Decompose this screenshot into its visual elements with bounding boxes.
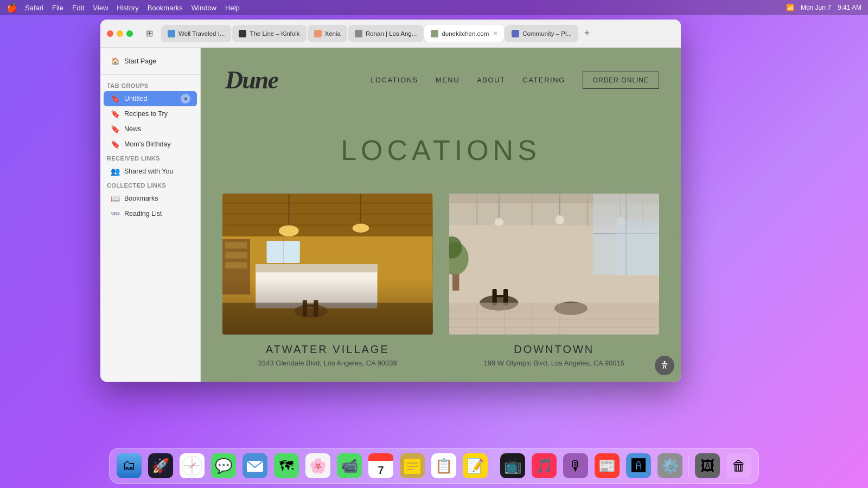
accessibility-button[interactable] [655, 356, 674, 375]
menubar-right: 📶 Mon Jun 7 9:41 AM [786, 4, 861, 11]
svg-rect-11 [256, 264, 377, 272]
dock: 🗂 🚀 💬 🗺 [109, 448, 759, 484]
dock-launchpad[interactable]: 🚀 [146, 452, 175, 480]
svg-rect-47 [452, 274, 459, 291]
svg-text:🗑: 🗑 [732, 458, 746, 474]
sidebar-item-shared[interactable]: 👥 Shared with You [104, 164, 197, 179]
menubar-bookmarks[interactable]: Bookmarks [148, 4, 183, 12]
collected-links-section-label: Collected Links [100, 179, 200, 191]
sidebar-toggle-button[interactable]: ⊞ [142, 26, 157, 41]
start-page-label: Start Page [124, 57, 156, 65]
menubar-safari[interactable]: Safari [25, 4, 43, 12]
dock-trash[interactable]: 🗑 [725, 452, 753, 480]
svg-point-6 [279, 226, 299, 236]
menubar-edit[interactable]: Edit [72, 4, 84, 12]
location-name-atwater: ATWATER VILLAGE [222, 343, 433, 356]
dock-calendar[interactable]: 7 [367, 452, 395, 480]
tab-favicon-ronan [355, 30, 362, 37]
tab-close-icon[interactable]: ✕ [493, 30, 497, 36]
sidebar-item-bookmarks[interactable]: 📖 Bookmarks [104, 191, 197, 206]
tab-group-icon-moms-birthday: 🔖 [110, 139, 120, 149]
location-atwater: ATWATER VILLAGE 3143 Glendale Blvd, Los … [222, 194, 433, 367]
svg-rect-9 [222, 236, 433, 335]
order-online-button[interactable]: ORDER ONLINE [583, 72, 659, 89]
menubar-window[interactable]: Window [192, 4, 216, 12]
nav-link-menu[interactable]: MENU [436, 76, 459, 84]
maximize-button[interactable] [126, 30, 133, 37]
dock-mail[interactable] [241, 452, 269, 480]
menubar-items: Safari File Edit View History Bookmarks … [25, 4, 240, 12]
dock-photos2[interactable]: 🖼 [693, 452, 722, 480]
dune-nav-links: LOCATIONS MENU ABOUT CATERING ORDER ONLI… [371, 72, 659, 89]
sidebar-item-news[interactable]: 🔖 News [104, 121, 197, 137]
tab-group-icon-recipes: 🔖 [110, 109, 120, 119]
svg-text:📺: 📺 [504, 457, 522, 474]
svg-text:🎙: 🎙 [569, 458, 583, 474]
tab-label-ronan: Ronan | Los Ang... [366, 30, 417, 37]
dock-news[interactable]: 📰 [593, 452, 621, 480]
dock-stickies[interactable]: 📝 [461, 452, 489, 480]
sidebar-item-label-recipes: Recipes to Try [124, 110, 168, 118]
apple-menu[interactable]: 🍎 [7, 3, 17, 13]
dock-facetime[interactable]: 📹 [335, 452, 363, 480]
time: 9:41 AM [838, 4, 861, 11]
svg-rect-23 [449, 194, 660, 226]
title-bar: ⊞ Well Traveled I... The Line – Kinfolk … [100, 20, 681, 48]
menubar-file[interactable]: File [52, 4, 63, 12]
sidebar-item-label-moms-birthday: Mom's Birthday [124, 140, 171, 148]
sidebar-item-reading-list[interactable]: 👓 Reading List [104, 206, 197, 221]
nav-link-about[interactable]: ABOUT [477, 76, 505, 84]
dock-messages[interactable]: 💬 [209, 452, 238, 480]
dock-divider [494, 455, 494, 477]
menubar-help[interactable]: Help [225, 4, 240, 12]
dock-appstore[interactable]: 🅰 [624, 452, 653, 480]
sidebar-item-label-bookmarks: Bookmarks [124, 195, 158, 202]
dock-systemprefs[interactable]: ⚙️ [656, 452, 684, 480]
tab-label-xenia: Xenia [325, 30, 341, 37]
svg-rect-48 [449, 303, 660, 335]
minimize-button[interactable] [117, 30, 123, 37]
sidebar-item-label-untitled: Untitled [124, 95, 147, 102]
svg-text:⚙️: ⚙️ [661, 457, 679, 474]
tab-groups-section-label: Tab Groups [100, 79, 200, 91]
menubar-view[interactable]: View [93, 4, 108, 12]
safari-window: ⊞ Well Traveled I... The Line – Kinfolk … [100, 20, 681, 382]
tab-community[interactable]: Community – Pl... [505, 25, 578, 42]
sidebar-item-recipes[interactable]: 🔖 Recipes to Try [104, 106, 197, 121]
nav-link-locations[interactable]: LOCATIONS [371, 76, 418, 84]
dock-photos[interactable]: 🌸 [304, 452, 332, 480]
dock-divider-2 [688, 455, 689, 477]
tab-ronan[interactable]: Ronan | Los Ang... [348, 25, 423, 42]
close-button[interactable] [107, 30, 113, 37]
sidebar: 🏠 Start Page Tab Groups 🔖 Untitled ✕ 🔖 R… [100, 48, 201, 382]
svg-point-30 [494, 218, 503, 227]
location-img-atwater [222, 194, 433, 335]
dock-music[interactable]: 🎵 [530, 452, 558, 480]
sidebar-item-untitled[interactable]: 🔖 Untitled ✕ [104, 91, 197, 106]
hero-title: LOCATIONS [201, 112, 681, 194]
dock-notes[interactable] [398, 452, 426, 480]
menubar-history[interactable]: History [117, 4, 138, 12]
tab-dune[interactable]: dunekitchen.com ✕ [424, 25, 504, 42]
new-tab-button[interactable]: + [579, 26, 595, 41]
dock-finder[interactable]: 🗂 [115, 452, 143, 480]
tab-welltraveled[interactable]: Well Traveled I... [161, 25, 231, 42]
nav-link-catering[interactable]: CATERING [522, 76, 565, 84]
dock-maps[interactable]: 🗺 [272, 452, 301, 480]
tab-kinfolk[interactable]: The Line – Kinfolk [232, 25, 306, 42]
tab-favicon-community [512, 30, 519, 37]
start-page-item[interactable]: 🏠 Start Page [107, 54, 194, 68]
menubar: 🍎 Safari File Edit View History Bookmark… [0, 0, 868, 15]
location-address-downtown: 199 W Olympic Blvd, Los Angeles, CA 9001… [449, 359, 660, 367]
dock-appletv[interactable]: 📺 [499, 452, 527, 480]
sidebar-item-label-news: News [124, 125, 141, 133]
sidebar-item-moms-birthday[interactable]: 🔖 Mom's Birthday [104, 137, 197, 152]
svg-rect-14 [225, 252, 247, 259]
svg-rect-18 [303, 300, 307, 317]
tab-xenia[interactable]: Xenia [308, 25, 347, 42]
clear-untitled-button[interactable]: ✕ [181, 94, 190, 104]
dock-podcasts[interactable]: 🎙 [561, 452, 590, 480]
tab-label-community: Community – Pl... [522, 30, 572, 37]
dock-reminders[interactable]: 📋 [430, 452, 458, 480]
dock-safari[interactable] [178, 452, 206, 480]
